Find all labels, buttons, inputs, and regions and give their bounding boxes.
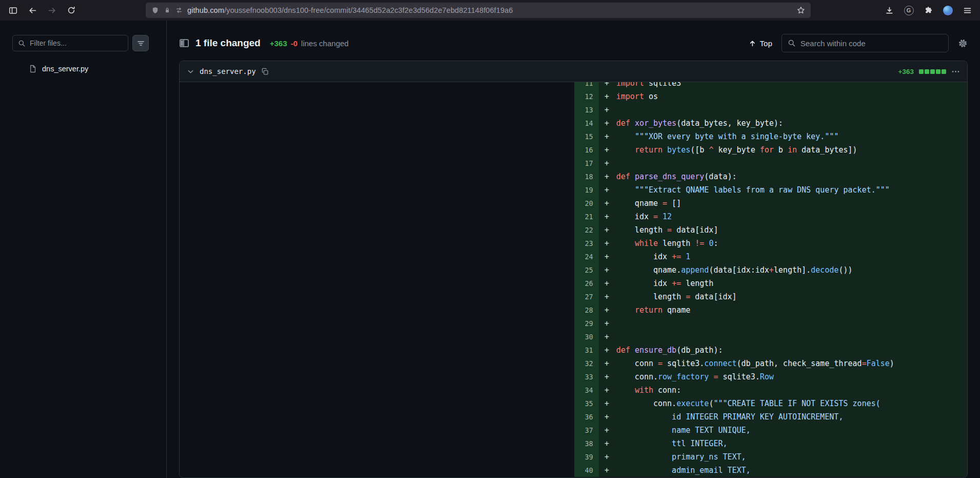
diff-old-side-empty <box>180 183 575 197</box>
line-number[interactable]: 37 <box>575 424 599 437</box>
line-number[interactable]: 17 <box>575 157 599 170</box>
file-options-button[interactable] <box>951 67 960 76</box>
filter-files-input[interactable] <box>30 39 123 47</box>
diff-old-side-empty <box>180 263 575 277</box>
line-number[interactable]: 28 <box>575 303 599 317</box>
line-number[interactable]: 29 <box>575 317 599 330</box>
diffstat-block <box>925 69 929 74</box>
line-number[interactable]: 19 <box>575 183 599 197</box>
line-number[interactable]: 40 <box>575 464 599 477</box>
line-number[interactable]: 13 <box>575 103 599 117</box>
line-number[interactable]: 12 <box>575 90 599 103</box>
addition-marker: + <box>599 82 616 90</box>
search-icon <box>18 40 26 47</box>
split-pane-icon <box>179 38 189 48</box>
browser-back-button[interactable] <box>24 2 41 18</box>
line-number[interactable]: 31 <box>575 343 599 357</box>
addition-marker: + <box>599 277 616 290</box>
diffstat-block <box>936 69 940 74</box>
search-within-code-field[interactable] <box>781 34 949 52</box>
lines-changed-label: lines changed <box>301 39 349 48</box>
file-filter-button[interactable] <box>132 35 149 51</box>
diff-row: 11+import sqlite3 <box>180 82 967 90</box>
browser-reload-button[interactable] <box>63 2 80 18</box>
file-tree-toggle-button[interactable] <box>179 38 189 48</box>
diff-row: 28+ return qname <box>180 303 967 317</box>
line-number[interactable]: 24 <box>575 250 599 263</box>
line-number[interactable]: 30 <box>575 330 599 343</box>
line-number[interactable]: 18 <box>575 170 599 183</box>
diff-code-cell: + name TEXT UNIQUE, <box>599 424 967 437</box>
line-number[interactable]: 34 <box>575 384 599 397</box>
browser-menu-button[interactable] <box>958 2 976 18</box>
files-changed-title: 1 file changed <box>195 37 261 49</box>
diff-body[interactable]: 11+import sqlite312+import os13+14+def x… <box>180 82 967 477</box>
bookmark-star-button[interactable] <box>797 6 805 14</box>
line-number[interactable]: 25 <box>575 263 599 277</box>
lock-icon[interactable] <box>164 7 171 14</box>
chevron-down-icon <box>187 68 194 75</box>
profile-button[interactable] <box>939 2 956 18</box>
g-extension-button[interactable]: G <box>900 2 917 18</box>
diff-row: 34+ with conn: <box>180 384 967 397</box>
search-within-code-input[interactable] <box>800 39 943 48</box>
browser-forward-button[interactable] <box>43 2 61 18</box>
downloads-button[interactable] <box>880 2 898 18</box>
diff-code-cell: + idx = 12 <box>599 210 967 223</box>
diff-code-cell: + primary_ns TEXT, <box>599 450 967 464</box>
diff-old-side-empty <box>180 357 575 370</box>
line-number[interactable]: 38 <box>575 437 599 450</box>
diff-code-cell: +def ensure_db(db_path): <box>599 343 967 357</box>
addition-marker: + <box>599 170 616 183</box>
addition-marker: + <box>599 130 616 143</box>
line-number[interactable]: 16 <box>575 143 599 157</box>
line-number[interactable]: 39 <box>575 450 599 464</box>
collapse-file-button[interactable] <box>187 68 194 75</box>
addition-marker: + <box>599 90 616 103</box>
addition-marker: + <box>599 250 616 263</box>
diff-stats: +363 -0 lines changed <box>270 39 349 48</box>
diff-settings-button[interactable] <box>958 39 968 48</box>
line-number[interactable]: 26 <box>575 277 599 290</box>
diff-code-cell: + idx += length <box>599 277 967 290</box>
line-number[interactable]: 35 <box>575 397 599 410</box>
line-number[interactable]: 15 <box>575 130 599 143</box>
diff-old-side-empty <box>180 290 575 303</box>
line-number[interactable]: 21 <box>575 210 599 223</box>
tracking-protection-shield-icon[interactable] <box>151 7 159 14</box>
line-number[interactable]: 33 <box>575 370 599 384</box>
diffstat-block <box>919 69 924 74</box>
line-number[interactable]: 27 <box>575 290 599 303</box>
diff-code-cell: + <box>599 157 967 170</box>
browser-sidebar-toggle-button[interactable] <box>4 2 22 18</box>
diff-old-side-empty <box>180 317 575 330</box>
copy-path-button[interactable] <box>261 68 269 75</box>
code-line: while length != 0: <box>616 237 718 250</box>
code-line: conn.row_factory = sqlite3.Row <box>616 370 774 384</box>
file-tree-item-dns-server[interactable]: dns_server.py <box>0 65 166 73</box>
line-number[interactable]: 22 <box>575 223 599 237</box>
addition-marker: + <box>599 437 616 450</box>
line-number[interactable]: 32 <box>575 357 599 370</box>
line-number[interactable]: 23 <box>575 237 599 250</box>
back-to-top-link[interactable]: Top <box>749 39 772 48</box>
line-number[interactable]: 20 <box>575 197 599 210</box>
file-icon <box>29 65 37 73</box>
url-bar[interactable]: github.com/youssefnoob003/dns100-free/co… <box>146 3 811 18</box>
code-line: """Extract QNAME labels from a raw DNS q… <box>616 183 890 197</box>
diff-old-side-empty <box>180 330 575 343</box>
line-number[interactable]: 14 <box>575 117 599 130</box>
addition-marker: + <box>599 370 616 384</box>
filter-files-field[interactable] <box>12 35 128 51</box>
diff-file-name[interactable]: dns_server.py <box>200 67 256 75</box>
line-number[interactable]: 36 <box>575 410 599 424</box>
gear-icon <box>958 39 968 48</box>
swap-arrows-icon[interactable] <box>175 7 183 14</box>
github-commit-page: dns_server.py 1 file changed +363 -0 lin… <box>0 21 980 478</box>
url-text[interactable]: github.com/youssefnoob003/dns100-free/co… <box>187 6 792 14</box>
diff-code-cell: + conn.execute("""CREATE TABLE IF NOT EX… <box>599 397 967 410</box>
diff-row: 26+ idx += length <box>180 277 967 290</box>
line-number[interactable]: 11 <box>575 82 599 90</box>
diff-old-side-empty <box>180 237 575 250</box>
extensions-button[interactable] <box>919 2 937 18</box>
